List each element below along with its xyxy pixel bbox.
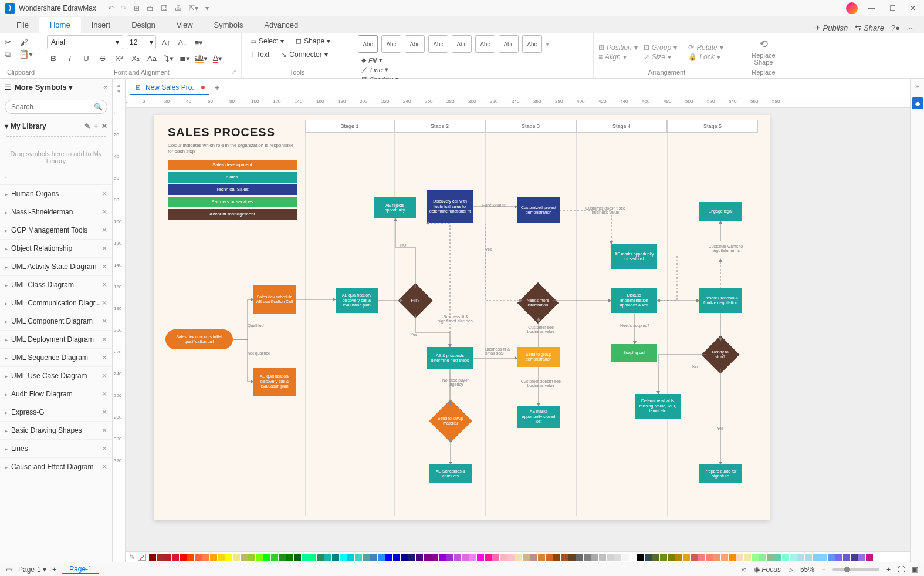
color-swatch[interactable] <box>210 554 217 561</box>
node-ae-qual[interactable]: AE qualification/ discovery call & evalu… <box>336 288 378 313</box>
lock-menu[interactable]: 🔒 Lock▾ <box>688 53 727 61</box>
color-swatch[interactable] <box>752 554 759 561</box>
replace-shape-button[interactable]: ⟲ Replace Shape <box>745 35 782 66</box>
color-swatch[interactable] <box>744 554 751 561</box>
bullets-icon[interactable]: ≣▾ <box>178 52 191 65</box>
publish-button[interactable]: ✈ Publish <box>814 23 848 32</box>
node-closed-lost-2[interactable]: AE marks opportunity closed lost <box>611 244 657 269</box>
tab-home[interactable]: Home <box>39 17 81 33</box>
color-swatch[interactable] <box>180 554 187 561</box>
case-icon[interactable]: Aa <box>145 52 158 65</box>
font-launcher-icon[interactable]: ⤢ <box>231 68 236 76</box>
category-item[interactable]: ▸Express-G✕ <box>0 403 112 422</box>
category-item[interactable]: ▸UML Sequence Diagram✕ <box>0 349 112 367</box>
color-swatch[interactable] <box>706 554 713 561</box>
close-icon[interactable]: ✕ <box>101 299 107 307</box>
color-swatch[interactable] <box>614 554 621 561</box>
category-item[interactable]: ▸UML Deployment Diagram✕ <box>0 331 112 349</box>
scroll-up-icon[interactable]: ▲ <box>116 82 121 88</box>
paste-icon[interactable]: 📋▾ <box>19 49 33 59</box>
maximize-button[interactable]: ☐ <box>886 3 899 14</box>
new-icon[interactable]: ⊞ <box>134 4 140 12</box>
color-swatch[interactable] <box>157 554 164 561</box>
color-swatch[interactable] <box>538 554 545 561</box>
node-ready-sign[interactable]: Ready to sign? <box>701 335 739 373</box>
color-swatch[interactable] <box>546 554 553 561</box>
tab-file[interactable]: File <box>6 17 39 33</box>
color-swatch[interactable] <box>523 554 530 561</box>
color-swatch[interactable] <box>820 554 827 561</box>
close-icon[interactable]: ✕ <box>101 408 107 416</box>
close-icon[interactable]: ✕ <box>101 190 107 198</box>
color-swatch[interactable] <box>462 554 469 561</box>
undo-icon[interactable]: ↶ <box>108 4 114 12</box>
category-item[interactable]: ▸Basic Drawing Shapes✕ <box>0 422 112 440</box>
lib-close-icon[interactable]: ✕ <box>101 122 107 130</box>
color-swatch[interactable] <box>233 554 240 561</box>
shape-tool[interactable]: ◻ Shape ▾ <box>292 35 334 47</box>
category-item[interactable]: ▸Lines✕ <box>0 440 112 458</box>
symbol-search-input[interactable] <box>5 100 107 114</box>
color-swatch[interactable] <box>225 554 232 561</box>
font-family-select[interactable]: Arial▾ <box>47 35 123 49</box>
color-swatch[interactable] <box>347 554 354 561</box>
page-select[interactable]: Page-1 ▾ <box>18 565 46 574</box>
color-swatch[interactable] <box>507 554 515 561</box>
expand-panel-icon[interactable]: » <box>915 82 919 90</box>
help-icon[interactable]: ?● <box>891 23 900 32</box>
style-preset-1[interactable]: Abc <box>358 35 378 53</box>
category-item[interactable]: ▸UML Class Diagram✕ <box>0 276 112 294</box>
color-swatch[interactable] <box>263 554 270 561</box>
eyedropper-icon[interactable]: ✎ <box>129 553 135 561</box>
color-swatch[interactable] <box>782 554 789 561</box>
category-item[interactable]: ▸UML Use Case Diagram✕ <box>0 367 112 385</box>
color-swatch[interactable] <box>553 554 560 561</box>
format-bucket-icon[interactable]: ◆ <box>912 97 923 109</box>
node-engage-legal[interactable]: Engage legal <box>699 202 742 221</box>
style-preset-8[interactable]: Abc <box>522 35 542 53</box>
bold-icon[interactable]: B <box>47 52 60 65</box>
color-swatch[interactable] <box>431 554 438 561</box>
category-item[interactable]: ▸Object Relationship✕ <box>0 240 112 258</box>
color-swatch[interactable] <box>835 554 842 561</box>
styles-more-icon[interactable]: ▾ <box>546 40 549 48</box>
select-tool[interactable]: ▭ Select ▾ <box>246 35 287 47</box>
color-swatch[interactable] <box>797 554 804 561</box>
no-fill-swatch[interactable] <box>138 554 146 561</box>
color-swatch[interactable] <box>851 554 858 561</box>
underline-icon[interactable]: U <box>80 52 93 65</box>
color-swatch[interactable] <box>469 554 476 561</box>
color-swatch[interactable] <box>454 554 461 561</box>
category-item[interactable]: ▸Audit Flow Diagram✕ <box>0 385 112 403</box>
color-swatch[interactable] <box>530 554 537 561</box>
text-tool[interactable]: T Text <box>246 49 273 60</box>
color-swatch[interactable] <box>385 554 392 561</box>
close-icon[interactable]: ✕ <box>101 244 107 252</box>
minimize-button[interactable]: — <box>865 3 879 14</box>
color-swatch[interactable] <box>675 554 682 561</box>
page-layout-icon[interactable]: ▭ <box>6 565 12 574</box>
color-swatch[interactable] <box>813 554 820 561</box>
node-determine-missing[interactable]: Determine what is missing: value, ROI, t… <box>635 394 681 419</box>
color-swatch[interactable] <box>401 554 408 561</box>
color-swatch[interactable] <box>172 554 179 561</box>
lib-add-icon[interactable]: + <box>94 122 98 130</box>
position-menu[interactable]: ⊞ Position▾ <box>598 43 638 52</box>
color-swatch[interactable] <box>790 554 797 561</box>
chevron-down-icon[interactable]: ▾ <box>5 122 8 130</box>
font-color-icon[interactable]: A▾ <box>211 52 224 65</box>
category-item[interactable]: ▸GCP Management Tools✕ <box>0 221 112 240</box>
color-swatch[interactable] <box>637 554 644 561</box>
user-avatar[interactable] <box>846 2 858 14</box>
zoom-in-icon[interactable]: + <box>886 565 891 574</box>
color-swatch[interactable] <box>729 554 736 561</box>
color-swatch[interactable] <box>736 554 743 561</box>
collapse-ribbon-icon[interactable]: ︿ <box>907 22 915 33</box>
close-icon[interactable]: ✕ <box>101 426 107 434</box>
size-menu[interactable]: ⤢ Size▾ <box>644 53 683 61</box>
strike-icon[interactable]: S <box>96 52 109 65</box>
line-menu[interactable]: ／ Line ▾ <box>361 65 399 74</box>
color-swatch[interactable] <box>683 554 690 561</box>
node-ae-schedules[interactable]: AE Schedules & conducts <box>429 464 472 483</box>
color-swatch[interactable] <box>439 554 446 561</box>
